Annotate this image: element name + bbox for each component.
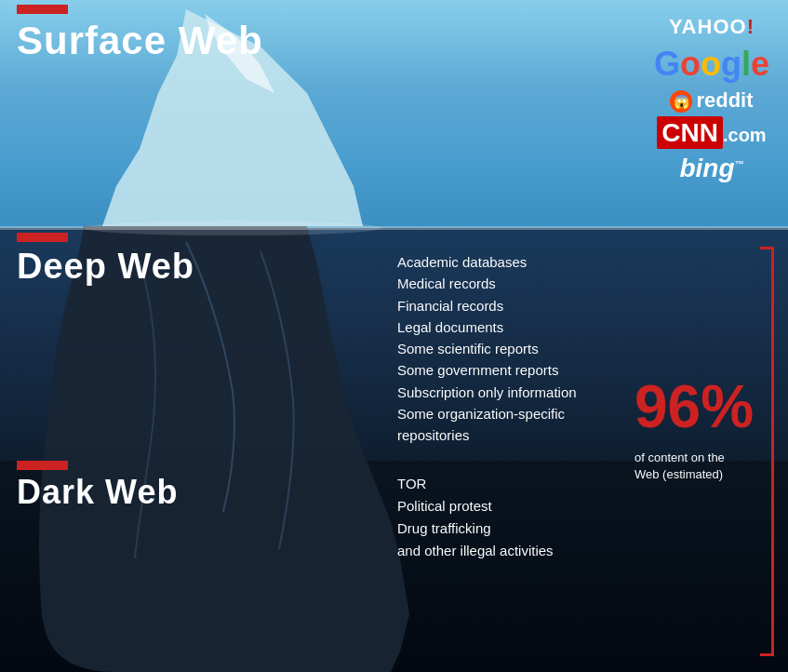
dark-item-1: TOR — [397, 473, 554, 495]
deep-item-1: Academic databases — [397, 251, 577, 273]
deep-item-9: repositories — [397, 424, 577, 446]
deep-accent-bar — [17, 233, 68, 242]
reddit-logo: 😱 reddit — [670, 87, 753, 114]
deep-item-8: Some organization-specific — [397, 403, 577, 424]
deep-item-6: Some government reports — [397, 359, 577, 381]
surface-logos-container: YAHOO! Google 😱 reddit CNN.com bing™ — [654, 14, 769, 186]
yahoo-logo: YAHOO! — [669, 14, 755, 41]
dark-accent-bar — [17, 461, 68, 470]
percentage-description: of content on the Web (estimated) — [634, 450, 737, 483]
surface-web-label: Surface Web — [17, 19, 263, 63]
dark-item-4: and other illegal activities — [397, 540, 554, 562]
dark-web-content: TOR Political protest Drug trafficking a… — [397, 473, 554, 562]
deep-web-content: Academic databases Medical records Finan… — [397, 251, 577, 446]
cnn-logo: CNN.com — [657, 116, 766, 150]
deep-item-3: Financial records — [397, 295, 577, 316]
dark-web-label: Dark Web — [17, 473, 178, 512]
dark-item-2: Political protest — [397, 495, 554, 517]
reddit-icon: 😱 — [670, 90, 692, 113]
bracket-line — [760, 247, 774, 656]
deep-web-label: Deep Web — [17, 247, 194, 287]
deep-item-4: Legal documents — [397, 316, 577, 338]
google-logo: Google — [654, 43, 769, 87]
surface-accent-bar — [17, 5, 68, 14]
deep-item-7: Subscription only information — [397, 382, 577, 403]
bing-logo: bing™ — [679, 152, 743, 185]
stats-bracket: 96% of content on the Web (estimated) — [630, 247, 774, 656]
water-line — [0, 226, 788, 230]
dark-item-3: Drug trafficking — [397, 517, 554, 540]
percentage-stat: 96% — [634, 377, 754, 437]
deep-item-5: Some scientific reports — [397, 338, 577, 359]
deep-item-2: Medical records — [397, 273, 577, 294]
